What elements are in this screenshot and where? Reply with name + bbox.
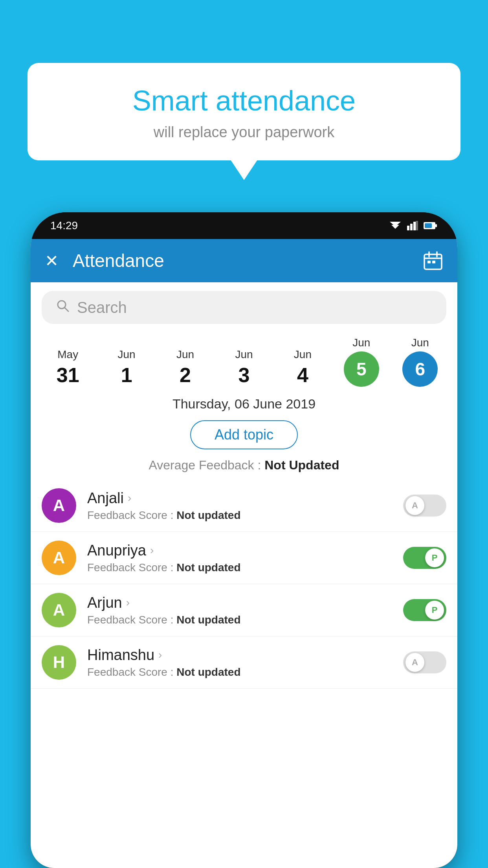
calendar-icon[interactable] bbox=[423, 250, 443, 271]
attendance-toggle[interactable]: P bbox=[403, 599, 446, 621]
date-month: May bbox=[57, 348, 78, 361]
toggle-knob: A bbox=[405, 653, 424, 672]
student-info: Anupriya ›Feedback Score : Not updated bbox=[87, 542, 403, 574]
date-month: Jun bbox=[118, 348, 136, 361]
svg-rect-5 bbox=[416, 221, 418, 230]
feedback-label: Feedback Score : bbox=[87, 509, 173, 521]
phone-screen: ✕ Attendance Search May bbox=[31, 239, 457, 868]
avatar: A bbox=[42, 541, 76, 575]
avatar: H bbox=[42, 645, 76, 680]
attendance-toggle[interactable]: A bbox=[403, 651, 446, 673]
feedback-value: Not updated bbox=[176, 666, 240, 678]
avatar: A bbox=[42, 488, 76, 523]
student-name-text: Himanshu bbox=[87, 647, 154, 664]
svg-rect-7 bbox=[435, 224, 437, 227]
date-month: Jun bbox=[294, 348, 312, 361]
student-item-0[interactable]: AAnjali ›Feedback Score : Not updatedA bbox=[31, 480, 457, 532]
date-number: 1 bbox=[121, 363, 132, 387]
avg-feedback-label: Average Feedback : bbox=[149, 458, 261, 472]
date-number: 3 bbox=[238, 363, 250, 387]
signal-icon bbox=[407, 221, 418, 230]
add-topic-button[interactable]: Add topic bbox=[190, 420, 298, 449]
attendance-toggle[interactable]: A bbox=[403, 495, 446, 517]
battery-icon bbox=[424, 221, 438, 230]
student-info: Anjali ›Feedback Score : Not updated bbox=[87, 490, 403, 522]
svg-marker-1 bbox=[390, 222, 401, 226]
avatar: A bbox=[42, 593, 76, 627]
svg-rect-4 bbox=[413, 222, 416, 230]
svg-rect-2 bbox=[407, 226, 409, 230]
date-cell-4[interactable]: Jun4 bbox=[279, 348, 326, 387]
student-feedback: Feedback Score : Not updated bbox=[87, 509, 403, 522]
date-row: May31Jun1Jun2Jun3Jun4Jun5Jun6 bbox=[31, 333, 457, 387]
search-bar[interactable]: Search bbox=[42, 291, 446, 324]
wifi-icon bbox=[389, 221, 402, 230]
date-number: 5 bbox=[344, 351, 379, 387]
toggle-knob: P bbox=[425, 548, 444, 567]
speech-bubble-title: Smart attendance bbox=[51, 85, 437, 117]
student-name-text: Anjali bbox=[87, 490, 124, 507]
date-month: Jun bbox=[411, 337, 429, 349]
chevron-right-icon: › bbox=[150, 544, 154, 557]
date-month: Jun bbox=[176, 348, 194, 361]
search-icon bbox=[56, 299, 70, 316]
date-number: 31 bbox=[57, 363, 79, 387]
status-icons bbox=[389, 221, 438, 230]
phone-notch bbox=[220, 212, 268, 232]
date-cell-6[interactable]: Jun6 bbox=[396, 337, 444, 387]
date-cell-5[interactable]: Jun5 bbox=[338, 337, 385, 387]
student-name: Arjun › bbox=[87, 594, 403, 611]
student-name: Anupriya › bbox=[87, 542, 403, 559]
toggle-knob: P bbox=[425, 601, 444, 620]
date-month: Jun bbox=[235, 348, 253, 361]
speech-bubble: Smart attendance will replace your paper… bbox=[28, 63, 460, 160]
student-name-text: Anupriya bbox=[87, 542, 146, 559]
chevron-right-icon: › bbox=[158, 649, 162, 661]
date-number: 4 bbox=[297, 363, 308, 387]
date-cell-2[interactable]: Jun2 bbox=[162, 348, 209, 387]
student-feedback: Feedback Score : Not updated bbox=[87, 666, 403, 679]
date-number: 2 bbox=[180, 363, 191, 387]
toggle-knob: A bbox=[405, 496, 424, 515]
date-cell-0[interactable]: May31 bbox=[44, 348, 92, 387]
student-name: Anjali › bbox=[87, 490, 403, 507]
feedback-label: Feedback Score : bbox=[87, 561, 173, 574]
chevron-right-icon: › bbox=[126, 596, 130, 609]
feedback-value: Not updated bbox=[176, 614, 240, 626]
date-cell-3[interactable]: Jun3 bbox=[220, 348, 268, 387]
phone-time: 14:29 bbox=[50, 219, 78, 232]
avg-feedback-value: Not Updated bbox=[264, 458, 339, 472]
student-item-3[interactable]: HHimanshu ›Feedback Score : Not updatedA bbox=[31, 636, 457, 689]
feedback-label: Feedback Score : bbox=[87, 666, 173, 678]
svg-rect-13 bbox=[427, 261, 431, 263]
speech-bubble-subtitle: will replace your paperwork bbox=[51, 124, 437, 141]
svg-line-16 bbox=[64, 307, 68, 311]
student-item-2[interactable]: AArjun ›Feedback Score : Not updatedP bbox=[31, 584, 457, 636]
svg-rect-14 bbox=[432, 261, 435, 263]
feedback-label: Feedback Score : bbox=[87, 614, 173, 626]
svg-rect-3 bbox=[410, 224, 413, 230]
attendance-toggle[interactable]: P bbox=[403, 547, 446, 569]
app-header: ✕ Attendance bbox=[31, 239, 457, 282]
feedback-value: Not updated bbox=[176, 561, 240, 574]
app-title: Attendance bbox=[73, 250, 423, 271]
date-number: 6 bbox=[402, 351, 438, 387]
student-name: Himanshu › bbox=[87, 647, 403, 664]
student-list: AAnjali ›Feedback Score : Not updatedAAA… bbox=[31, 480, 457, 689]
feedback-value: Not updated bbox=[176, 509, 240, 521]
student-name-text: Arjun bbox=[87, 594, 122, 611]
date-cell-1[interactable]: Jun1 bbox=[103, 348, 150, 387]
chevron-right-icon: › bbox=[128, 492, 131, 504]
svg-rect-8 bbox=[425, 223, 432, 228]
student-item-1[interactable]: AAnupriya ›Feedback Score : Not updatedP bbox=[31, 532, 457, 584]
student-info: Himanshu ›Feedback Score : Not updated bbox=[87, 647, 403, 679]
student-info: Arjun ›Feedback Score : Not updated bbox=[87, 594, 403, 626]
search-placeholder: Search bbox=[77, 299, 127, 316]
selected-date-label: Thursday, 06 June 2019 bbox=[31, 396, 457, 412]
date-month: Jun bbox=[352, 337, 370, 349]
student-feedback: Feedback Score : Not updated bbox=[87, 561, 403, 574]
average-feedback: Average Feedback : Not Updated bbox=[31, 458, 457, 473]
student-feedback: Feedback Score : Not updated bbox=[87, 614, 403, 626]
close-button[interactable]: ✕ bbox=[45, 251, 59, 270]
phone-frame: 14:29 ✕ Atten bbox=[31, 212, 457, 868]
